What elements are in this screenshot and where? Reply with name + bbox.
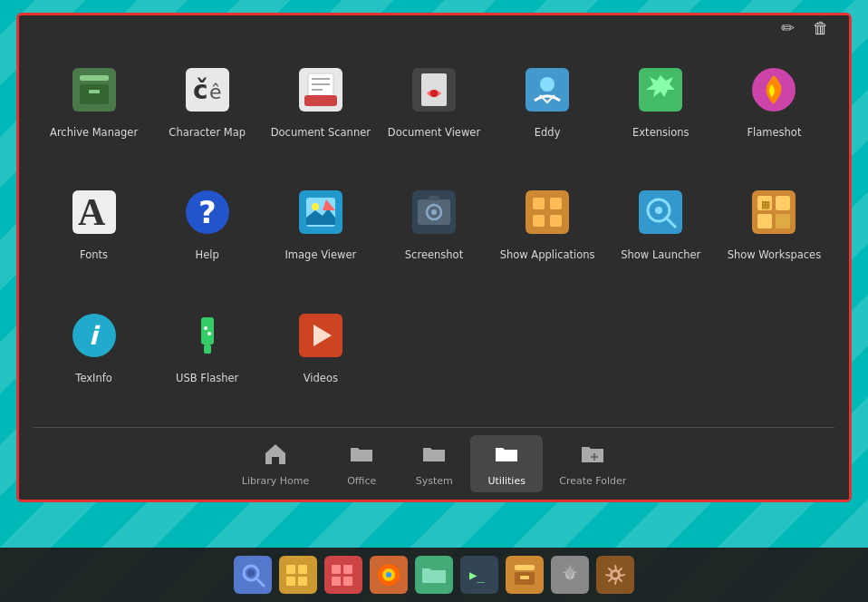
app-item-screenshot[interactable]: Screenshot (377, 172, 490, 295)
svg-rect-65 (332, 565, 341, 574)
app-item-archive-manager[interactable]: Archive Manager (37, 50, 150, 172)
svg-rect-3 (89, 90, 100, 93)
app-item-usb-flasher[interactable]: USB Flasher (150, 296, 264, 418)
bottom-icon-office (349, 441, 374, 471)
app-icon-screenshot (405, 183, 463, 241)
app-label-show-launcher: Show Launcher (621, 248, 700, 262)
app-label-eddy: Eddy (535, 126, 561, 140)
svg-rect-9 (304, 95, 337, 106)
app-item-document-viewer[interactable]: Document Viewer (377, 50, 490, 172)
app-label-character-map: Character Map (169, 126, 246, 140)
bottom-icon-library-home (263, 441, 288, 471)
app-icon-texinfo: i (65, 306, 123, 364)
bottom-item-system[interactable]: System (398, 435, 470, 492)
app-item-extensions[interactable]: Extensions (604, 50, 718, 172)
svg-text:▦: ▦ (761, 199, 770, 210)
app-icon-usb-flasher (178, 306, 236, 364)
app-icon-character-map: čê (178, 61, 236, 119)
bottom-item-utilities[interactable]: Utilities (470, 435, 543, 492)
svg-point-17 (540, 77, 555, 92)
app-icon-document-viewer (405, 61, 463, 119)
app-item-show-launcher[interactable]: Show Launcher (604, 172, 718, 295)
svg-point-60 (247, 569, 255, 577)
app-item-character-map[interactable]: čê Character Map (150, 50, 264, 172)
taskbar-icon-firefox[interactable] (370, 556, 408, 594)
svg-rect-62 (298, 565, 307, 574)
app-label-texinfo: TexInfo (75, 372, 112, 385)
taskbar-icon-settings[interactable] (551, 556, 589, 594)
svg-point-26 (312, 203, 319, 210)
bottom-item-library-home[interactable]: Library Home (226, 435, 325, 492)
svg-rect-68 (343, 577, 352, 586)
svg-rect-50 (201, 317, 214, 345)
app-item-show-workspaces[interactable]: ▦ Show Workspaces (718, 172, 831, 295)
app-item-flameshot[interactable]: Flameshot (718, 50, 831, 172)
svg-rect-74 (515, 565, 535, 570)
taskbar: ▶_ (0, 548, 868, 602)
bottom-icon-create-folder (580, 441, 605, 471)
svg-rect-33 (533, 198, 545, 209)
taskbar-icon-files[interactable] (279, 556, 317, 594)
svg-point-52 (204, 326, 207, 330)
svg-rect-1 (80, 75, 109, 81)
svg-rect-45 (757, 214, 772, 228)
svg-rect-67 (332, 577, 341, 586)
bottom-item-office[interactable]: Office (325, 435, 398, 492)
app-label-screenshot: Screenshot (405, 248, 463, 262)
svg-rect-63 (286, 577, 295, 586)
svg-point-30 (431, 209, 437, 215)
app-item-eddy[interactable]: Eddy (491, 50, 604, 172)
app-icon-fonts: A (65, 183, 123, 241)
app-label-show-workspaces: Show Workspaces (728, 248, 822, 262)
apps-grid: Archive Manager čê Character Map Documen… (19, 41, 849, 427)
taskbar-icon-gear2[interactable] (596, 556, 634, 594)
svg-rect-44 (776, 196, 790, 210)
svg-rect-64 (298, 577, 307, 586)
app-item-document-scanner[interactable]: Document Scanner (264, 50, 377, 172)
taskbar-icon-archiver[interactable] (506, 556, 544, 594)
delete-button[interactable]: 🗑 (807, 16, 834, 40)
taskbar-icon-filemanager[interactable] (415, 556, 453, 594)
svg-rect-76 (520, 576, 529, 579)
app-item-texinfo[interactable]: i TexInfo (37, 296, 150, 418)
app-item-show-applications[interactable]: Show Applications (491, 172, 604, 295)
app-item-help[interactable]: ? Help (150, 172, 264, 295)
svg-point-79 (612, 572, 618, 578)
bottom-label-office: Office (347, 475, 376, 487)
bottom-label-utilities: Utilities (488, 475, 526, 487)
app-label-image-viewer: Image Viewer (285, 248, 356, 262)
app-icon-eddy (518, 61, 576, 119)
app-label-show-applications: Show Applications (500, 248, 595, 262)
svg-point-53 (207, 332, 211, 335)
app-icon-show-applications (518, 183, 576, 241)
app-label-archive-manager: Archive Manager (50, 126, 138, 140)
app-icon-flameshot (745, 61, 803, 119)
taskbar-icon-search[interactable] (234, 556, 272, 594)
svg-line-59 (256, 578, 264, 586)
svg-rect-31 (429, 196, 439, 200)
window-header: ✏ 🗑 (19, 15, 849, 41)
app-icon-image-viewer (292, 183, 350, 241)
app-item-fonts[interactable]: A Fonts (37, 172, 150, 295)
svg-point-15 (430, 90, 438, 97)
app-icon-help: ? (178, 183, 236, 241)
svg-text:▶_: ▶_ (469, 568, 485, 583)
header-actions: ✏ 🗑 (776, 16, 834, 40)
app-item-image-viewer[interactable]: Image Viewer (264, 172, 377, 295)
edit-button[interactable]: ✏ (776, 16, 800, 40)
app-label-help: Help (196, 248, 219, 262)
svg-rect-36 (550, 215, 562, 227)
bottom-item-create-folder[interactable]: Create Folder (543, 435, 642, 492)
bottom-icon-system (421, 441, 447, 471)
app-label-videos: Videos (304, 372, 338, 385)
taskbar-icon-terminal[interactable]: ▶_ (460, 556, 498, 594)
taskbar-icon-grid[interactable] (324, 556, 362, 594)
app-item-videos[interactable]: Videos (264, 296, 377, 418)
app-label-document-scanner: Document Scanner (271, 126, 371, 140)
app-icon-archive-manager (65, 61, 123, 119)
svg-text:č: č (193, 75, 208, 105)
app-label-flameshot: Flameshot (747, 126, 801, 140)
svg-rect-34 (550, 198, 562, 209)
bottom-bar: Library Home Office System Utilities Cre… (19, 428, 849, 500)
svg-rect-35 (533, 215, 545, 227)
